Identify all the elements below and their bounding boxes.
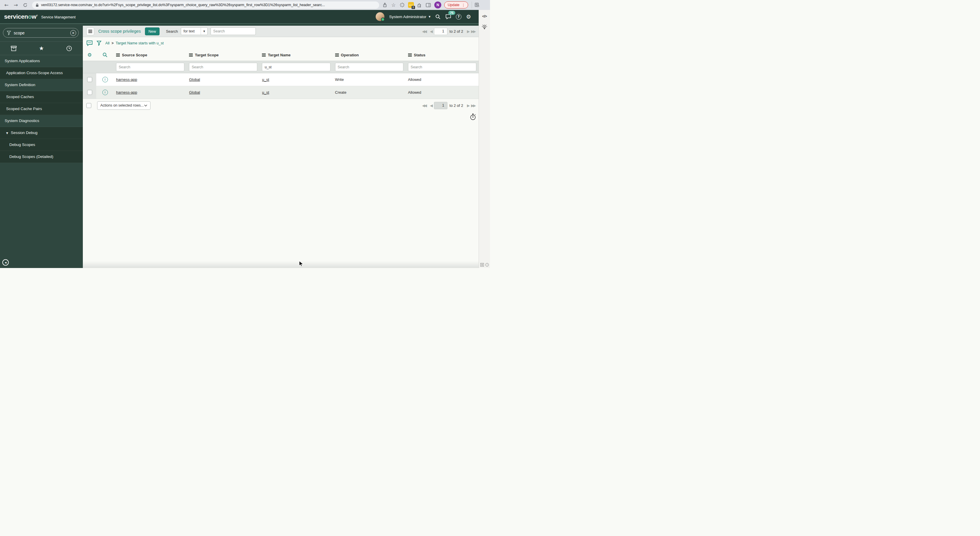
column-header-source-scope[interactable]: Source Scope [114, 53, 187, 57]
source-scope-link[interactable]: harness-app [116, 77, 137, 82]
tab-favorites[interactable]: ★ [28, 42, 56, 55]
column-menu-icon [189, 53, 193, 57]
previous-page-icon[interactable]: ◀ [430, 29, 432, 33]
row-checkbox[interactable] [87, 77, 92, 82]
record-info-icon[interactable]: i [102, 77, 108, 82]
url-text: ven03172.service-now.com/nav_to.do?uri=%… [41, 3, 325, 7]
share-icon[interactable] [382, 2, 388, 8]
navigator-filter-input[interactable]: scope × [3, 28, 79, 38]
page-info-icon[interactable]: i [485, 263, 489, 266]
filter-status-input[interactable] [408, 63, 476, 71]
browser-profile-avatar[interactable]: N [434, 2, 441, 8]
filter-operation-input[interactable] [335, 63, 403, 71]
target-scope-link[interactable]: Global [189, 77, 200, 82]
list-settings-gear-icon[interactable]: ⚙ [83, 52, 96, 58]
filter-target-name-input[interactable] [262, 63, 330, 71]
first-page-icon[interactable]: ◀◀ [422, 29, 426, 33]
extensions-puzzle-icon[interactable] [416, 2, 423, 8]
page-number-input[interactable] [434, 102, 447, 109]
connect-chat-icon[interactable]: 75 [445, 14, 451, 19]
user-avatar[interactable] [375, 12, 384, 21]
search-type-select[interactable]: for text ▼ [181, 27, 208, 35]
sidebar-item-debug-scopes[interactable]: Debug Scopes [0, 139, 83, 151]
target-scope-link[interactable]: Global [189, 90, 200, 94]
response-time-icon[interactable] [469, 113, 476, 121]
content-bottom-fade [83, 261, 479, 268]
list-actions-row: Actions on selected rows... ◀◀ ◀ to 2 of… [83, 99, 479, 112]
chrome-update-button[interactable]: Update ⋮ [444, 2, 468, 8]
collapse-navigator-button[interactable]: ◀ [2, 259, 9, 266]
new-record-button[interactable]: New [145, 27, 159, 35]
settings-gear-icon[interactable]: ⚙ [466, 14, 471, 19]
browser-reload-icon[interactable] [22, 2, 29, 8]
column-menu-icon [408, 53, 412, 57]
navigator-menu: System Applications Application Cross-Sc… [0, 55, 83, 163]
list-context-menu-button[interactable] [86, 27, 94, 35]
column-search-toggle-icon[interactable] [96, 52, 114, 57]
clear-filter-icon[interactable]: × [70, 30, 76, 36]
last-page-icon[interactable]: ▶▶ [471, 104, 475, 107]
update-label: Update [448, 3, 460, 7]
column-header-target-name[interactable]: Target Name [259, 53, 332, 57]
sidebar-item-scoped-caches[interactable]: Scoped Caches [0, 91, 83, 103]
first-page-icon[interactable]: ◀◀ [422, 104, 426, 107]
row-checkbox[interactable] [87, 90, 92, 95]
sidebar-item-application-cross-scope-access[interactable]: Application Cross-Scope Access [0, 67, 83, 79]
sidebar-section-system-applications[interactable]: System Applications [0, 55, 83, 67]
extension-spinner-icon[interactable] [399, 2, 406, 8]
browser-forward-icon[interactable]: → [12, 2, 19, 8]
next-page-icon[interactable]: ▶ [467, 29, 469, 33]
list-toolbar: Cross scope privileges New Search for te… [83, 26, 479, 37]
next-page-icon[interactable]: ▶ [467, 104, 469, 107]
sidebar-section-system-definition[interactable]: System Definition [0, 79, 83, 91]
global-search-icon[interactable] [435, 14, 441, 19]
tab-history[interactable] [55, 42, 83, 55]
column-header-target-scope[interactable]: Target Scope [187, 53, 259, 57]
list-chat-icon[interactable] [86, 40, 93, 46]
filter-funnel-icon[interactable] [97, 41, 102, 46]
column-header-status[interactable]: Status [406, 53, 479, 57]
table-header-row: ⚙ Source Scope Target Scope Target Name … [83, 49, 479, 61]
reading-list-icon[interactable] [474, 2, 480, 8]
last-page-icon[interactable]: ▶▶ [471, 29, 475, 33]
breadcrumb-condition-link[interactable]: Target Name starts with u_st [116, 41, 164, 45]
breadcrumb: All > Target Name starts with u_st [105, 41, 164, 45]
help-icon[interactable]: ? [456, 14, 461, 19]
lightbulb-icon[interactable] [482, 24, 487, 31]
pagination-top: ◀◀ ◀ to 2 of 2 ▶ ▶▶ [422, 28, 475, 35]
tab-all-applications[interactable] [0, 42, 28, 55]
side-panel-icon[interactable] [425, 2, 431, 8]
record-info-icon[interactable]: i [102, 89, 108, 95]
application-navigator: scope × ★ System Applications Applicatio… [0, 24, 83, 268]
breadcrumb-all-link[interactable]: All [105, 41, 110, 45]
sidebar-item-session-debug[interactable]: ▼Session Debug [0, 127, 83, 139]
bookmark-star-icon[interactable]: ☆ [390, 2, 397, 8]
navigator-filter-value: scope [14, 31, 68, 35]
sidebar-item-scoped-cache-pairs[interactable]: Scoped Cache Pairs [0, 103, 83, 115]
target-name-link[interactable]: u_st [262, 77, 269, 82]
filter-source-scope-input[interactable] [116, 63, 185, 71]
servicenow-header: servicenow® Service Management System Ad… [0, 10, 479, 24]
chrome-menu-dots-icon[interactable]: ⋮ [461, 3, 465, 7]
actions-dropdown[interactable]: Actions on selected rows... [97, 101, 151, 110]
resize-grip-icon[interactable] [480, 263, 484, 266]
select-all-checkbox[interactable] [86, 103, 91, 108]
pagination-bottom: ◀◀ ◀ to 2 of 2 ▶ ▶▶ [422, 102, 475, 109]
filter-target-scope-input[interactable] [189, 63, 257, 71]
sidebar-section-system-diagnostics[interactable]: System Diagnostics [0, 115, 83, 127]
funnel-icon [7, 31, 11, 35]
row-range-label: to 2 of 2 [449, 103, 463, 108]
source-scope-link[interactable]: harness-app [116, 90, 137, 94]
list-search-input[interactable] [211, 27, 256, 35]
sidebar-item-debug-scopes-detailed[interactable]: Debug Scopes (Detailed) [0, 151, 83, 163]
column-header-operation[interactable]: Operation [333, 53, 406, 57]
user-menu[interactable]: System Administrator ▼ [389, 14, 431, 19]
url-bar[interactable]: ven03172.service-now.com/nav_to.do?uri=%… [32, 2, 379, 9]
previous-page-icon[interactable]: ◀ [430, 104, 432, 107]
notification-badge: 75 [448, 11, 455, 15]
page-number-input[interactable] [434, 28, 447, 35]
extension-yellow-icon[interactable]: ••• 3 [408, 2, 414, 8]
browser-back-icon[interactable]: ← [3, 2, 10, 8]
code-panel-icon[interactable]: </> [482, 14, 487, 18]
target-name-link[interactable]: u_st [262, 90, 269, 94]
